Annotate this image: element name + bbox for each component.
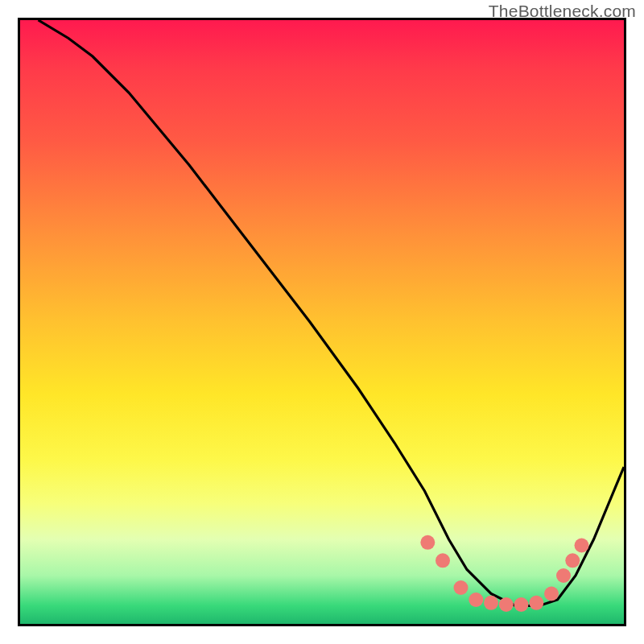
marker-dot <box>499 597 514 612</box>
bottleneck-curve-path <box>39 20 625 606</box>
plot-area <box>18 18 626 626</box>
marker-dot <box>529 596 543 610</box>
marker-dot <box>556 568 571 583</box>
marker-dot <box>575 539 589 553</box>
marker-dot <box>436 553 450 568</box>
marker-dot <box>484 596 498 610</box>
chart-container: TheBottleneck.com <box>0 0 644 644</box>
marker-dot <box>420 535 435 550</box>
marker-dot <box>454 580 469 595</box>
marker-group <box>420 535 588 612</box>
chart-svg <box>20 20 624 624</box>
marker-dot <box>514 597 529 612</box>
marker-dot <box>469 592 483 607</box>
marker-dot <box>565 553 580 568</box>
marker-dot <box>544 587 559 601</box>
